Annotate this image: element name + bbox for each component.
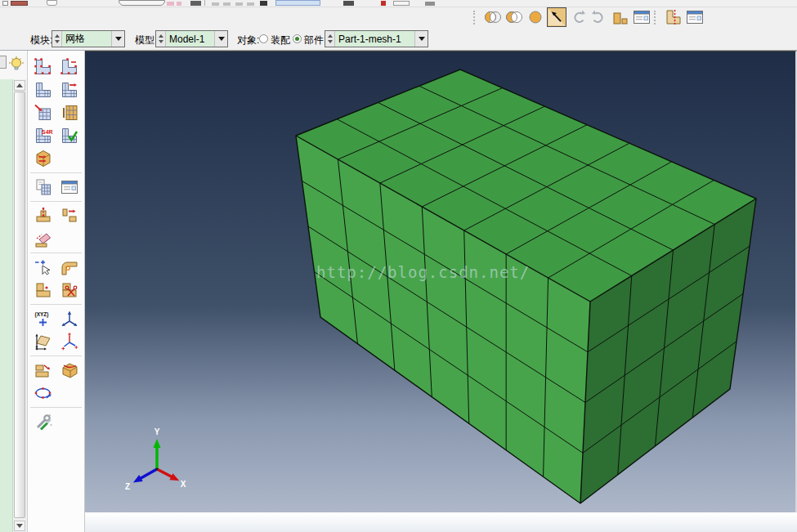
undo-icon[interactable] <box>568 7 588 27</box>
display-group-circle-icon[interactable] <box>526 7 545 27</box>
meshed-part[interactable] <box>296 69 756 503</box>
partition-cell-icon[interactable] <box>57 360 81 381</box>
delete-partition-icon[interactable] <box>31 228 55 249</box>
vertical-scrollbar[interactable] <box>13 79 27 532</box>
axis-x-label: X <box>181 480 186 489</box>
spinner-down-icon[interactable] <box>159 40 163 43</box>
toolbar-separator-fragment <box>204 0 205 6</box>
seed-part-icon[interactable] <box>31 56 55 78</box>
model-tree-panel-collapsed <box>0 79 13 532</box>
clipped-toolbar-strip <box>0 0 797 7</box>
scroll-up-button[interactable] <box>14 80 25 91</box>
toolbox-row <box>28 330 84 353</box>
model-label: 模型: <box>135 34 157 47</box>
delete-mesh-icon[interactable] <box>31 102 55 123</box>
prompt-area <box>85 512 797 532</box>
create-mesh-part-icon[interactable] <box>31 177 55 198</box>
toolbox-row <box>28 204 84 227</box>
radio-part[interactable] <box>293 34 302 43</box>
toolbar-group-handle[interactable] <box>473 11 478 25</box>
view-triad: YXZ <box>125 427 186 491</box>
scroll-down-button[interactable] <box>14 521 25 531</box>
dropdown-arrow-icon <box>419 37 425 41</box>
dropdown-button[interactable] <box>214 31 227 47</box>
partition-edge-icon[interactable] <box>31 360 55 381</box>
3d-scene[interactable]: YXZ <box>85 51 795 512</box>
spinner-down-icon[interactable] <box>328 40 333 43</box>
toolbar-fragment <box>11 1 28 6</box>
mesh-controls-icon[interactable] <box>57 102 81 123</box>
toolbar-fragment <box>47 0 57 6</box>
spinner-up-icon[interactable] <box>159 34 163 38</box>
datum-plane-icon[interactable] <box>31 331 55 352</box>
toolbox-row <box>28 78 84 101</box>
toolbox-separator <box>30 304 82 305</box>
module-combobox[interactable]: 网格 <box>51 30 125 47</box>
partition-cell-define-icon[interactable] <box>31 205 55 226</box>
toolbox-row <box>28 256 84 279</box>
toolbox-row <box>28 101 84 124</box>
toolbar-fragment <box>393 1 410 6</box>
manager-dialog-icon[interactable] <box>632 7 651 27</box>
verify-mesh-icon[interactable] <box>57 125 81 146</box>
offset-mesh-icon[interactable] <box>31 279 55 301</box>
toolbar-fragment <box>381 1 386 6</box>
toolbox-separator <box>30 253 82 253</box>
mesh-region-icon[interactable] <box>57 79 81 101</box>
toolbox-separator <box>30 355 82 356</box>
partition-cell-sweep-icon[interactable] <box>57 205 81 226</box>
seed-edges-toolbar-icon[interactable] <box>664 7 683 27</box>
radio-assembly[interactable] <box>259 34 268 43</box>
display-group-add-icon[interactable] <box>504 7 524 27</box>
spinner-control[interactable] <box>325 31 335 47</box>
spinner-up-icon[interactable] <box>55 34 60 38</box>
axis-y-label: Y <box>154 427 160 436</box>
edit-mesh-tool-icon[interactable] <box>31 257 55 278</box>
mesh-part-icon[interactable] <box>31 79 55 101</box>
spinner-up-icon[interactable] <box>328 34 333 38</box>
part-combobox[interactable]: Part-1-mesh-1 <box>325 30 428 47</box>
svg-text:S4R: S4R <box>42 129 53 135</box>
toolbox-row <box>28 410 84 433</box>
datum-csys-icon[interactable] <box>57 331 81 352</box>
trim-mesh-icon[interactable] <box>57 279 81 301</box>
toolbox-row <box>28 147 84 170</box>
datum-point-icon[interactable]: (XYZ) <box>31 308 55 329</box>
blocks-icon[interactable] <box>611 7 630 27</box>
toolbox-row: S4R <box>28 124 84 147</box>
toolbar-field-fragment <box>275 0 320 6</box>
customize-toolbox-icon[interactable] <box>31 411 55 432</box>
toolbar-fragment <box>2 1 8 6</box>
assign-element-type-icon[interactable]: S4R <box>31 125 55 146</box>
spinner-down-icon[interactable] <box>55 40 60 43</box>
manager-dialog-icon-2[interactable] <box>685 7 705 27</box>
toolbar-fragment <box>167 2 174 6</box>
toolbar-fragment <box>260 1 267 6</box>
object-label: 对象: <box>237 34 259 47</box>
sketch-partition-icon[interactable] <box>31 382 55 404</box>
display-group-replace-icon[interactable] <box>483 7 503 27</box>
svg-text:(XYZ): (XYZ) <box>34 311 48 318</box>
spinner-control[interactable] <box>52 31 62 47</box>
create-fillet-icon[interactable] <box>57 257 81 278</box>
watermark-text: http://blog.csdn.net/ <box>316 263 530 281</box>
dropdown-button[interactable] <box>414 31 428 47</box>
part-value: Part-1-mesh-1 <box>335 31 414 47</box>
scrollbar-thumb[interactable] <box>14 92 25 518</box>
seed-edges-icon[interactable] <box>57 56 81 78</box>
selection-tool-button[interactable] <box>547 7 566 27</box>
model-combobox[interactable]: Model-1 <box>155 30 228 47</box>
datum-axis-icon[interactable] <box>57 308 81 329</box>
dropdown-button[interactable] <box>111 31 124 47</box>
spinner-control[interactable] <box>156 31 166 47</box>
toolbox-row <box>28 56 84 78</box>
viewport-canvas[interactable]: YXZ http://blog.csdn.net/ <box>85 51 797 512</box>
redo-icon[interactable] <box>589 7 609 27</box>
lightbulb-icon[interactable] <box>7 55 27 74</box>
adaptive-remesh-icon[interactable] <box>31 148 55 169</box>
toolbar-fragment <box>343 1 354 6</box>
model-value: Model-1 <box>166 31 214 47</box>
toolbar-fragment <box>425 2 435 6</box>
edit-mesh-dialog-icon[interactable] <box>57 177 81 198</box>
toolbar-group-handle[interactable] <box>654 11 659 25</box>
